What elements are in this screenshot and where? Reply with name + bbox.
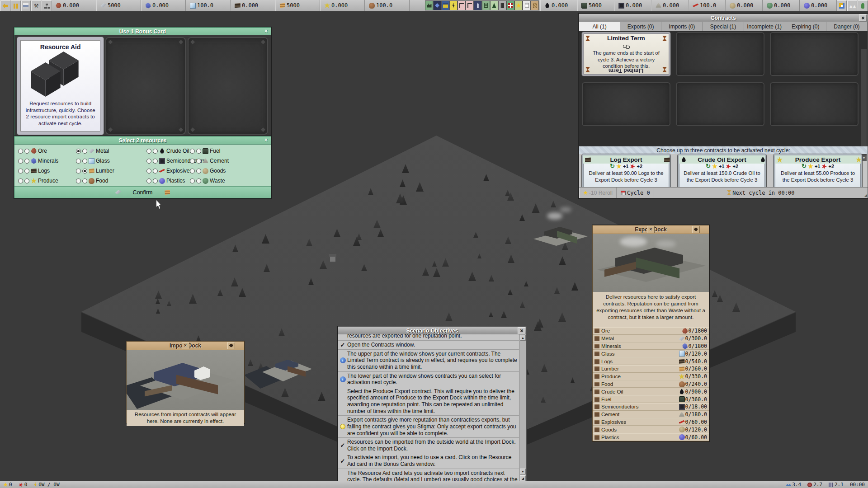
radio-first-glass[interactable] bbox=[76, 159, 81, 164]
tab-all[interactable]: All (1) bbox=[579, 22, 620, 31]
radio-second-lumber[interactable] bbox=[82, 169, 87, 174]
tab-special[interactable]: Special (1) bbox=[703, 22, 744, 31]
resource-option-food[interactable]: Food bbox=[76, 176, 114, 186]
tab-imports[interactable]: Imports (0) bbox=[661, 22, 703, 31]
resource-aid-card[interactable]: Resource Aid Request resources to build … bbox=[17, 37, 104, 135]
tab-exports[interactable]: Exports (0) bbox=[620, 22, 661, 31]
import-dock-titlebar[interactable]: Import Dock × bbox=[127, 342, 244, 350]
radio-first-minerals[interactable] bbox=[18, 159, 23, 164]
network-button[interactable] bbox=[42, 0, 52, 11]
export-dock-titlebar[interactable]: Export Dock × bbox=[593, 225, 709, 234]
radio-first-plastics[interactable] bbox=[146, 178, 151, 183]
resource-option-glass[interactable]: Glass bbox=[76, 156, 114, 166]
radio-second-minerals[interactable] bbox=[24, 159, 29, 164]
radio-second-explosives[interactable] bbox=[153, 169, 158, 174]
build-button-ledger[interactable] bbox=[498, 0, 506, 10]
resource-option-metal[interactable]: Metal bbox=[76, 146, 114, 156]
close-icon[interactable]: × bbox=[263, 28, 269, 34]
alerts-button[interactable] bbox=[837, 0, 847, 11]
radio-second-logs[interactable] bbox=[24, 169, 29, 174]
radio-first-semiconductors[interactable] bbox=[146, 159, 151, 164]
tab-incomplete[interactable]: Incomplete (1) bbox=[744, 22, 785, 31]
contracts-scrollbar[interactable]: ▼ bbox=[861, 49, 867, 161]
radio-first-waste[interactable] bbox=[190, 178, 195, 183]
radio-first-produce[interactable] bbox=[18, 178, 23, 183]
bonus-window-titlebar[interactable]: Use 1 Bonus Card × bbox=[14, 28, 271, 36]
radio-first-fuel[interactable] bbox=[190, 149, 195, 154]
build-button-crane-a[interactable] bbox=[458, 0, 466, 10]
resource-option-minerals[interactable]: Minerals bbox=[18, 156, 58, 166]
build-button-train[interactable] bbox=[441, 0, 449, 10]
radio-first-explosives[interactable] bbox=[146, 169, 151, 174]
map-tower[interactable] bbox=[329, 253, 336, 262]
radio-first-lumber[interactable] bbox=[76, 169, 81, 174]
resource-option-lumber[interactable]: Lumber bbox=[76, 166, 114, 176]
resource-option-ore[interactable]: Ore bbox=[18, 146, 58, 156]
build-button-gem[interactable] bbox=[433, 0, 441, 10]
radio-second-fuel[interactable] bbox=[196, 149, 201, 154]
resource-option-fuel[interactable]: Fuel bbox=[190, 146, 229, 156]
radio-second-glass[interactable] bbox=[82, 159, 87, 164]
objectives-scrollbar[interactable]: ▲ ▼ ◢ bbox=[519, 334, 526, 482]
build-button-notes[interactable] bbox=[523, 0, 531, 10]
empty-card-slot[interactable] bbox=[105, 37, 186, 135]
map-import-dock[interactable] bbox=[244, 352, 316, 393]
pin-icon[interactable] bbox=[692, 226, 700, 233]
resize-grip-icon[interactable]: ◢ bbox=[864, 192, 867, 197]
build-button-scenario-clipboard[interactable] bbox=[531, 0, 539, 10]
build-button-power[interactable] bbox=[449, 0, 458, 10]
confirm-button[interactable]: Confirm bbox=[133, 189, 153, 196]
radio-second-produce[interactable] bbox=[24, 178, 29, 183]
build-button-crane-b[interactable] bbox=[466, 0, 474, 10]
radio-second-cement[interactable] bbox=[196, 159, 201, 164]
radio-second-metal[interactable] bbox=[82, 149, 87, 154]
contracts-titlebar[interactable]: Contracts × bbox=[579, 14, 868, 22]
vegetation-button[interactable] bbox=[858, 0, 868, 11]
back-arrow-button[interactable] bbox=[0, 0, 10, 11]
radio-first-cement[interactable] bbox=[190, 159, 195, 164]
radio-second-semiconductors[interactable] bbox=[153, 159, 158, 164]
confirm-bar[interactable]: Confirm bbox=[14, 186, 271, 198]
resource-option-logs[interactable]: Logs bbox=[18, 166, 58, 176]
radio-first-crude-oil[interactable] bbox=[146, 149, 151, 154]
map-export-dock[interactable] bbox=[533, 221, 588, 249]
objectives-titlebar[interactable]: Scenario Objectives × bbox=[338, 327, 526, 335]
radio-first-goods[interactable] bbox=[190, 169, 195, 174]
build-button-reputation-star[interactable] bbox=[514, 0, 523, 10]
resource-option-produce[interactable]: Produce bbox=[18, 176, 58, 186]
radio-second-waste[interactable] bbox=[196, 178, 201, 183]
build-button-tree[interactable] bbox=[490, 0, 498, 10]
radio-first-ore[interactable] bbox=[18, 149, 23, 154]
select-window-titlebar[interactable]: Select 2 resources × bbox=[14, 136, 271, 145]
build-button-bonus-gift[interactable] bbox=[506, 0, 514, 10]
limited-term-card[interactable]: Limited Term The game ends at the start … bbox=[582, 32, 670, 76]
resource-option-waste[interactable]: Waste bbox=[190, 176, 229, 186]
pin-icon[interactable] bbox=[227, 342, 235, 349]
radio-first-food[interactable] bbox=[76, 178, 81, 183]
resource-option-goods[interactable]: Goods bbox=[190, 166, 229, 176]
close-icon[interactable]: × bbox=[263, 137, 269, 143]
radio-second-ore[interactable] bbox=[24, 149, 29, 154]
tab-expiring[interactable]: Expiring (0) bbox=[785, 22, 826, 31]
raise-terrain-button[interactable]: ▲▲ bbox=[847, 0, 857, 11]
build-button-church[interactable] bbox=[474, 0, 482, 10]
build-button-rails[interactable] bbox=[482, 0, 490, 10]
radio-first-logs[interactable] bbox=[18, 169, 23, 174]
radio-second-goods[interactable] bbox=[196, 169, 201, 174]
scroll-up-icon[interactable]: ▲ bbox=[520, 335, 526, 341]
pause-button[interactable] bbox=[11, 0, 21, 11]
empty-card-slot[interactable] bbox=[188, 37, 268, 135]
close-icon[interactable]: × bbox=[647, 226, 655, 233]
radio-second-crude-oil[interactable] bbox=[153, 149, 158, 154]
close-icon[interactable]: × bbox=[859, 14, 867, 22]
build-button-factory[interactable] bbox=[425, 0, 433, 10]
close-icon[interactable]: × bbox=[182, 342, 189, 349]
close-icon[interactable]: × bbox=[518, 327, 525, 334]
scroll-down-icon[interactable]: ▼ bbox=[520, 469, 526, 474]
tab-danger[interactable]: Danger (0) bbox=[826, 22, 868, 31]
radio-first-metal[interactable] bbox=[76, 149, 81, 154]
radio-second-plastics[interactable] bbox=[153, 178, 158, 183]
tools-button[interactable]: ⚒ bbox=[31, 0, 41, 11]
save-button[interactable] bbox=[21, 0, 31, 11]
resource-option-cement[interactable]: Cement bbox=[190, 156, 229, 166]
